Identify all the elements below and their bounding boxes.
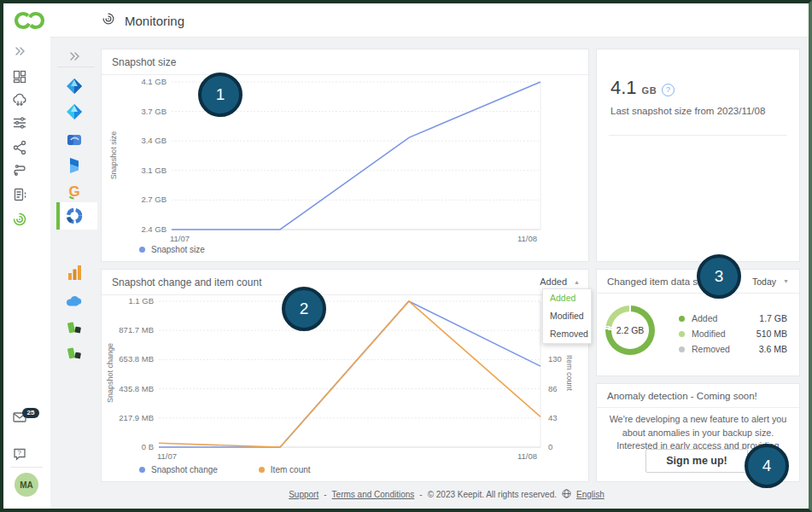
share-icon[interactable] bbox=[11, 139, 28, 156]
legend-row-modified: Modified 510 MB bbox=[679, 326, 787, 341]
svg-text:871.7 MB: 871.7 MB bbox=[119, 325, 154, 335]
donut-center-label: 2.2 GB bbox=[605, 305, 655, 355]
menu-item-removed[interactable]: Removed bbox=[543, 325, 591, 343]
legend-snapshot-change: Snapshot change bbox=[139, 465, 218, 474]
info-icon[interactable]: ? bbox=[662, 84, 675, 96]
connector-green-1-icon[interactable] bbox=[64, 317, 85, 338]
change-type-menu: Added Modified Removed bbox=[542, 288, 592, 344]
page-title: Monitoring bbox=[125, 14, 184, 28]
avatar[interactable]: MA bbox=[15, 473, 38, 497]
help-chat-icon[interactable]: ? bbox=[11, 445, 28, 463]
workflow-icon[interactable] bbox=[11, 160, 28, 177]
connector-salesforce-icon[interactable] bbox=[64, 291, 85, 311]
svg-text:0 B: 0 B bbox=[142, 442, 154, 451]
snapshot-change-chart: 0 B0217.9 MB43435.8 MB86653.8 MB130871.7… bbox=[102, 295, 590, 466]
changed-item-title: Changed item data size bbox=[607, 276, 710, 287]
footer: Support - Terms and Conditions - © 2023 … bbox=[101, 489, 792, 500]
snapshot-size-title: Snapshot size bbox=[102, 49, 588, 75]
connector-exchange-icon[interactable] bbox=[64, 130, 85, 150]
chevron-down-icon: ▼ bbox=[783, 278, 789, 284]
svg-text:653.8 MB: 653.8 MB bbox=[119, 354, 154, 364]
monitoring-icon bbox=[101, 11, 116, 30]
legend-row-added: Added 1.7 GB bbox=[679, 311, 787, 326]
sidebar-expand-icon[interactable] bbox=[11, 43, 28, 60]
snapshot-change-title: Snapshot change and item count bbox=[102, 270, 588, 295]
legend-row-removed: Removed 3.6 MB bbox=[679, 341, 787, 357]
svg-text:11/08: 11/08 bbox=[517, 234, 537, 243]
keepit-logo[interactable] bbox=[12, 9, 46, 32]
svg-text:11/08: 11/08 bbox=[517, 451, 537, 461]
monitoring-nav-icon[interactable] bbox=[11, 211, 28, 228]
chevron-up-icon: ▲ bbox=[574, 279, 580, 285]
svg-text:1.1 GB: 1.1 GB bbox=[128, 296, 154, 305]
svg-text:130: 130 bbox=[548, 354, 562, 364]
legend-snapshot-size: Snapshot size bbox=[139, 245, 205, 254]
inbox-count-badge: 25 bbox=[22, 408, 39, 418]
connector-google-icon[interactable]: G bbox=[64, 181, 85, 201]
copyright-text: © 2023 Keepit. All rights reserved. bbox=[428, 490, 557, 499]
callout-3: 3 bbox=[697, 254, 741, 299]
menu-item-added[interactable]: Added bbox=[543, 289, 591, 307]
cloud-restore-icon[interactable] bbox=[11, 91, 28, 108]
connector-powerbi-icon[interactable] bbox=[64, 262, 85, 282]
period-dropdown[interactable]: Today▼ bbox=[752, 276, 789, 287]
support-link[interactable]: Support bbox=[289, 490, 318, 499]
svg-text:0: 0 bbox=[548, 442, 552, 451]
snapshot-change-card: Snapshot change and item count Added▲ Sn… bbox=[101, 269, 589, 482]
svg-text:4.1 GB: 4.1 GB bbox=[141, 77, 166, 86]
audit-log-icon[interactable] bbox=[11, 186, 28, 203]
svg-text:2.7 GB: 2.7 GB bbox=[141, 195, 166, 204]
connector-green-2-icon[interactable] bbox=[64, 343, 85, 364]
svg-text:2.4 GB: 2.4 GB bbox=[141, 224, 166, 234]
connector-azure-icon[interactable] bbox=[64, 76, 85, 96]
svg-text:43: 43 bbox=[548, 413, 558, 422]
legend-item-count: Item count bbox=[259, 465, 311, 474]
terms-link[interactable]: Terms and Conditions bbox=[332, 490, 415, 499]
topbar: Monitoring bbox=[3, 3, 809, 38]
connector-dynamics-icon[interactable] bbox=[64, 155, 85, 176]
svg-text:3.1 GB: 3.1 GB bbox=[141, 166, 166, 175]
dashboard-icon[interactable] bbox=[11, 68, 28, 85]
last-snapshot-unit: GB bbox=[642, 85, 657, 96]
svg-text:11/07: 11/07 bbox=[170, 234, 190, 243]
snapshot-size-card: Snapshot size Snapshot size 2.4 GB2.7 GB… bbox=[101, 49, 589, 262]
connector-sidebar: G bbox=[50, 38, 102, 509]
svg-text:3.7 GB: 3.7 GB bbox=[141, 107, 166, 116]
svg-text:435.8 MB: 435.8 MB bbox=[119, 384, 154, 393]
connector-expand-icon[interactable] bbox=[64, 46, 85, 67]
last-snapshot-value: 4.1 bbox=[610, 77, 637, 99]
globe-icon bbox=[562, 489, 571, 500]
last-snapshot-subtitle: Last snapshot size from 2023/11/08 bbox=[610, 106, 765, 116]
connector-azure-ad-icon[interactable] bbox=[64, 102, 85, 122]
connector-active-icon[interactable] bbox=[64, 206, 85, 226]
svg-text:?: ? bbox=[18, 449, 22, 457]
last-snapshot-panel: 4.1 GB ? Last snapshot size from 2023/11… bbox=[596, 49, 800, 262]
callout-1: 1 bbox=[198, 73, 242, 117]
svg-text:86: 86 bbox=[548, 384, 558, 393]
callout-2: 2 bbox=[282, 287, 326, 331]
menu-item-modified[interactable]: Modified bbox=[543, 307, 591, 325]
callout-4: 4 bbox=[745, 444, 789, 488]
svg-text:11/07: 11/07 bbox=[157, 451, 177, 461]
svg-text:3.4 GB: 3.4 GB bbox=[141, 136, 166, 145]
primary-sidebar: 25 ? MA bbox=[3, 38, 50, 509]
anomaly-title: Anomaly detection - Coming soon! bbox=[607, 391, 757, 401]
svg-text:217.9 MB: 217.9 MB bbox=[119, 413, 154, 422]
sign-me-up-button[interactable]: Sign me up! bbox=[646, 449, 748, 473]
snapshot-size-chart: 2.4 GB2.7 GB3.1 GB3.4 GB3.7 GB4.1 GB11/0… bbox=[102, 75, 590, 246]
configuration-icon[interactable] bbox=[11, 114, 28, 131]
language-link[interactable]: English bbox=[576, 490, 605, 499]
change-type-dropdown[interactable]: Added▲ bbox=[540, 276, 580, 287]
app-window: Monitoring 25 bbox=[0, 0, 812, 512]
